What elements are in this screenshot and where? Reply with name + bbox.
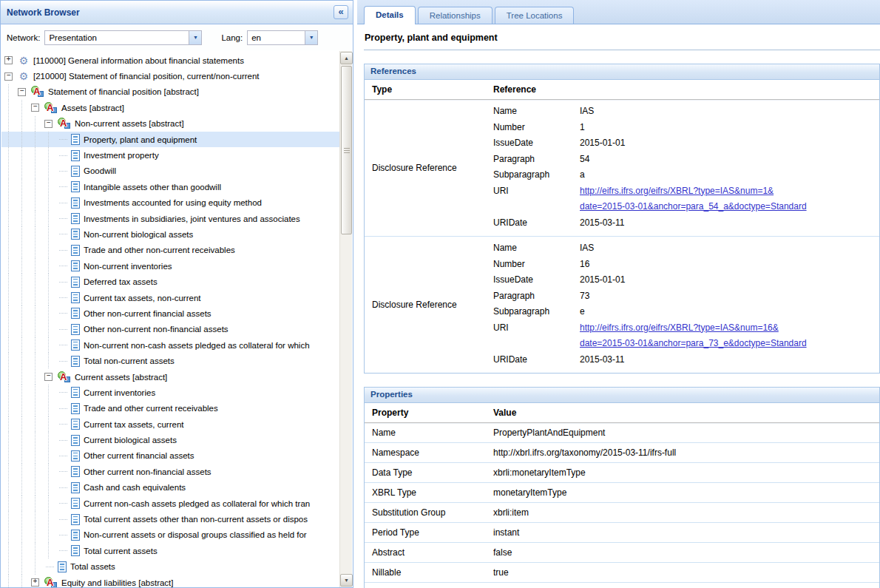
tree-node-label: Other non-current financial assets	[84, 309, 211, 318]
collapse-node-icon[interactable]: −	[44, 116, 58, 132]
tree-indent-guide	[4, 432, 18, 447]
tree-row[interactable]: Investments accounted for using equity m…	[1, 195, 339, 211]
reference-field-value: IAS	[580, 240, 594, 257]
chevron-down-icon[interactable]: ▼	[189, 31, 201, 44]
reference-field-label: Paragraph	[493, 288, 580, 305]
tab-tree-locations[interactable]: Tree Locations	[495, 7, 575, 24]
tree-row[interactable]: Current non-cash assets pledged as colla…	[1, 496, 339, 511]
tree-row[interactable]: Investments in subsidiaries, joint ventu…	[1, 211, 339, 226]
tree-indent-guide	[18, 305, 31, 321]
property-name: Substitution Group	[365, 503, 493, 523]
tree-row[interactable]: Non-current inventories	[1, 258, 339, 274]
tree-row[interactable]: Non-current non-cash assets pledged as c…	[1, 337, 339, 353]
tree-row[interactable]: Total current assets	[1, 543, 339, 558]
tree-node-label: Trade and other non-current receivables	[84, 246, 235, 254]
lang-select[interactable]: en ▼	[247, 30, 318, 45]
tree-row[interactable]: Trade and other non-current receivables	[1, 243, 339, 258]
tab-relationships[interactable]: Relationships	[418, 7, 493, 24]
tree-node-label: Current tax assets, current	[84, 420, 184, 429]
collapse-node-icon[interactable]: −	[4, 68, 18, 84]
tree-indent-guide	[18, 432, 31, 447]
property-value: true	[493, 563, 879, 583]
expand-node-icon[interactable]: +	[4, 53, 18, 68]
tree-node-label: Total current assets other than non-curr…	[84, 515, 308, 524]
tree-row[interactable]: +AEquity and liabilities [abstract]	[1, 575, 339, 587]
line-item-icon	[71, 387, 80, 398]
reference-uri-link[interactable]: http://eifrs.ifrs.org/eifrs/XBRL?type=IA…	[580, 183, 807, 215]
collapse-panel-icon[interactable]: «	[334, 5, 348, 19]
tree-node-label: Current assets [abstract]	[75, 373, 167, 382]
tree-elbow	[58, 496, 71, 511]
panel-title: Network Browser	[7, 7, 80, 18]
tree-row[interactable]: Deferred tax assets	[1, 274, 339, 289]
line-item-icon	[71, 260, 80, 271]
collapse-node-icon[interactable]: −	[31, 100, 44, 115]
tree-row[interactable]: Other non-current non-financial assets	[1, 322, 339, 337]
reference-field-value: IAS	[580, 104, 594, 120]
network-select[interactable]: Presentation ▼	[44, 30, 202, 45]
tree-row[interactable]: Goodwill	[1, 163, 339, 179]
expand-node-icon[interactable]: +	[31, 575, 44, 587]
collapse-node-icon[interactable]: −	[44, 369, 58, 385]
property-name: Data Type	[365, 463, 493, 483]
tree-row[interactable]: Non-current biological assets	[1, 226, 339, 242]
chevron-down-icon[interactable]: ▼	[305, 31, 317, 44]
tree-node-label: [210000] Statement of financial position…	[33, 72, 260, 81]
tree-row[interactable]: Trade and other current receivables	[1, 401, 339, 416]
tab-details[interactable]: Details	[364, 6, 416, 24]
tree-row[interactable]: −ACurrent assets [abstract]	[1, 369, 339, 385]
line-item-icon	[71, 498, 80, 509]
properties-panel: Properties Property Value NamePropertyPl…	[364, 387, 880, 588]
tree-row[interactable]: +⚙[110000] General information about fin…	[1, 53, 339, 68]
tree-node-label: Non-current assets [abstract]	[75, 119, 184, 128]
tree-indent-guide	[18, 226, 31, 242]
scroll-up-icon[interactable]: ▲	[340, 52, 353, 64]
tree-row[interactable]: Total non-current assets	[1, 353, 339, 368]
tree-row[interactable]: −⚙[210000] Statement of financial positi…	[1, 68, 339, 84]
tree-row[interactable]: Current biological assets	[1, 432, 339, 447]
tree-row[interactable]: Current inventories	[1, 385, 339, 400]
tree-row[interactable]: Total assets	[1, 559, 339, 575]
tree-node-label: Property, plant and equipment	[84, 135, 197, 144]
line-item-icon	[71, 134, 80, 145]
tree-row[interactable]: Current tax assets, current	[1, 416, 339, 432]
line-item-icon	[71, 482, 80, 493]
tree-row[interactable]: −ANon-current assets [abstract]	[1, 116, 339, 132]
reference-field-value: 2015-03-11	[580, 352, 625, 368]
tree-row[interactable]: Other current financial assets	[1, 448, 339, 464]
property-row: Abstractfalse	[365, 543, 879, 563]
property-name: Abstract	[365, 543, 493, 563]
reference-field-value: 2015-01-01	[580, 135, 625, 152]
tree-scrollbar[interactable]: ▲ ▼	[339, 51, 352, 587]
tree-row[interactable]: −AStatement of financial position [abstr…	[1, 84, 339, 100]
tree-indent-guide	[31, 305, 44, 321]
tree-elbow	[58, 305, 71, 321]
tree-row[interactable]: Intangible assets other than goodwill	[1, 179, 339, 195]
tree-indent-guide	[18, 322, 31, 337]
tree-indent-guide	[4, 226, 18, 242]
tree-row[interactable]: Current tax assets, non-current	[1, 290, 339, 305]
tree-row[interactable]: Total current assets other than non-curr…	[1, 511, 339, 527]
tree-node-label: Investment property	[84, 151, 159, 160]
scroll-down-icon[interactable]: ▼	[340, 574, 353, 587]
reference-fields: NameIASNumber16IssueDate2015-01-01Paragr…	[493, 237, 879, 374]
tree-elbow	[58, 274, 71, 289]
references-table: Type Reference Disclosure ReferenceNameI…	[365, 80, 879, 373]
tree-row[interactable]: Other non-current financial assets	[1, 305, 339, 321]
tree-row[interactable]: Other current non-financial assets	[1, 464, 339, 479]
reference-field-label: Number	[493, 120, 580, 136]
tree-indent-guide	[18, 274, 31, 289]
tree-row[interactable]: Non-current assets or disposal groups cl…	[1, 527, 339, 543]
tree-indent-guide	[4, 290, 18, 305]
tree-indent-guide	[44, 147, 58, 163]
tree-indent-guide	[18, 559, 31, 575]
tree-row[interactable]: Investment property	[1, 147, 339, 163]
reference-field-row: Subparagrapha	[493, 167, 879, 183]
tree-row[interactable]: Property, plant and equipment	[1, 132, 339, 147]
tree-row[interactable]: −AAssets [abstract]	[1, 100, 339, 115]
scrollbar-thumb[interactable]	[341, 66, 352, 234]
abstract-concept-icon: A	[58, 118, 71, 129]
reference-uri-link[interactable]: http://eifrs.ifrs.org/eifrs/XBRL?type=IA…	[580, 320, 807, 352]
tree-row[interactable]: Cash and cash equivalents	[1, 480, 339, 496]
collapse-node-icon[interactable]: −	[18, 84, 31, 100]
